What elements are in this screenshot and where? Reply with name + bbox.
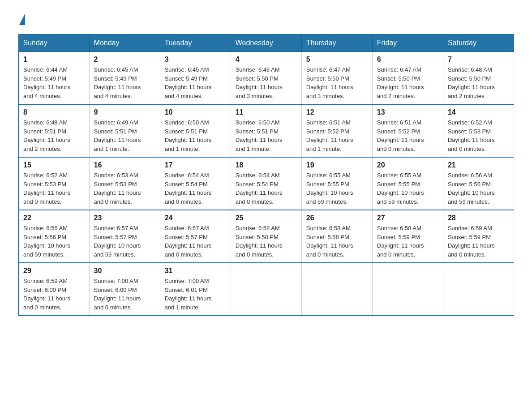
calendar-day-cell: 1Sunrise: 6:44 AMSunset: 5:49 PMDaylight…	[18, 52, 89, 105]
day-info: Sunrise: 6:52 AMSunset: 5:53 PMDaylight:…	[448, 118, 509, 153]
day-info: Sunrise: 6:48 AMSunset: 5:51 PMDaylight:…	[23, 118, 85, 153]
day-info: Sunrise: 6:47 AMSunset: 5:50 PMDaylight:…	[377, 65, 438, 100]
day-number: 24	[165, 214, 226, 222]
day-number: 8	[23, 108, 85, 116]
logo	[18, 13, 25, 25]
day-info: Sunrise: 6:45 AMSunset: 5:49 PMDaylight:…	[165, 65, 226, 100]
day-number: 16	[94, 161, 155, 169]
day-number: 29	[23, 267, 85, 275]
calendar-body: 1Sunrise: 6:44 AMSunset: 5:49 PMDaylight…	[18, 52, 514, 316]
day-info: Sunrise: 6:50 AMSunset: 5:51 PMDaylight:…	[236, 118, 297, 153]
weekday-header-monday: Monday	[89, 34, 160, 52]
day-info: Sunrise: 6:58 AMSunset: 5:59 PMDaylight:…	[377, 224, 438, 259]
day-number: 21	[448, 161, 509, 169]
calendar-day-cell: 5Sunrise: 6:47 AMSunset: 5:50 PMDaylight…	[301, 52, 372, 105]
day-number: 15	[23, 161, 85, 169]
weekday-header-saturday: Saturday	[443, 34, 514, 52]
calendar-week-row: 29Sunrise: 6:59 AMSunset: 6:00 PMDayligh…	[18, 263, 514, 316]
day-info: Sunrise: 6:51 AMSunset: 5:52 PMDaylight:…	[306, 118, 368, 153]
calendar-week-row: 1Sunrise: 6:44 AMSunset: 5:49 PMDaylight…	[18, 52, 514, 105]
calendar-day-cell: 31Sunrise: 7:00 AMSunset: 6:01 PMDayligh…	[160, 263, 231, 316]
calendar-day-cell: 13Sunrise: 6:51 AMSunset: 5:52 PMDayligh…	[372, 104, 443, 157]
day-info: Sunrise: 6:51 AMSunset: 5:52 PMDaylight:…	[377, 118, 438, 153]
day-info: Sunrise: 6:57 AMSunset: 5:57 PMDaylight:…	[165, 224, 226, 259]
page-header	[18, 13, 514, 25]
day-info: Sunrise: 6:56 AMSunset: 5:56 PMDaylight:…	[448, 171, 509, 206]
calendar-day-cell: 29Sunrise: 6:59 AMSunset: 6:00 PMDayligh…	[18, 263, 89, 316]
weekday-header-wednesday: Wednesday	[231, 34, 301, 52]
day-info: Sunrise: 6:56 AMSunset: 5:56 PMDaylight:…	[23, 224, 85, 259]
calendar-table: SundayMondayTuesdayWednesdayThursdayFrid…	[18, 34, 514, 316]
calendar-day-cell	[372, 263, 443, 316]
calendar-day-cell: 11Sunrise: 6:50 AMSunset: 5:51 PMDayligh…	[231, 104, 301, 157]
day-info: Sunrise: 7:00 AMSunset: 6:00 PMDaylight:…	[94, 277, 155, 312]
weekday-header-tuesday: Tuesday	[160, 34, 231, 52]
day-info: Sunrise: 6:50 AMSunset: 5:51 PMDaylight:…	[165, 118, 226, 153]
calendar-day-cell: 26Sunrise: 6:58 AMSunset: 5:58 PMDayligh…	[301, 210, 372, 263]
calendar-day-cell: 4Sunrise: 6:46 AMSunset: 5:50 PMDaylight…	[231, 52, 301, 105]
weekday-header-row: SundayMondayTuesdayWednesdayThursdayFrid…	[18, 34, 514, 52]
calendar-day-cell: 30Sunrise: 7:00 AMSunset: 6:00 PMDayligh…	[89, 263, 160, 316]
calendar-day-cell: 21Sunrise: 6:56 AMSunset: 5:56 PMDayligh…	[443, 157, 514, 210]
day-number: 14	[448, 108, 509, 116]
day-info: Sunrise: 6:46 AMSunset: 5:50 PMDaylight:…	[236, 65, 297, 100]
day-number: 11	[236, 108, 297, 116]
calendar-day-cell	[301, 263, 372, 316]
calendar-day-cell: 2Sunrise: 6:45 AMSunset: 5:49 PMDaylight…	[89, 52, 160, 105]
calendar-header: SundayMondayTuesdayWednesdayThursdayFrid…	[18, 34, 514, 52]
calendar-day-cell: 12Sunrise: 6:51 AMSunset: 5:52 PMDayligh…	[301, 104, 372, 157]
calendar-day-cell: 22Sunrise: 6:56 AMSunset: 5:56 PMDayligh…	[18, 210, 89, 263]
calendar-day-cell: 14Sunrise: 6:52 AMSunset: 5:53 PMDayligh…	[443, 104, 514, 157]
day-number: 22	[23, 214, 85, 222]
day-number: 10	[165, 108, 226, 116]
calendar-day-cell: 3Sunrise: 6:45 AMSunset: 5:49 PMDaylight…	[160, 52, 231, 105]
day-info: Sunrise: 6:52 AMSunset: 5:53 PMDaylight:…	[23, 171, 85, 206]
day-number: 18	[236, 161, 297, 169]
day-info: Sunrise: 6:55 AMSunset: 5:55 PMDaylight:…	[377, 171, 438, 206]
calendar-day-cell	[231, 263, 301, 316]
calendar-day-cell: 15Sunrise: 6:52 AMSunset: 5:53 PMDayligh…	[18, 157, 89, 210]
day-info: Sunrise: 6:53 AMSunset: 5:53 PMDaylight:…	[94, 171, 155, 206]
day-info: Sunrise: 6:59 AMSunset: 5:59 PMDaylight:…	[448, 224, 509, 259]
calendar-week-row: 15Sunrise: 6:52 AMSunset: 5:53 PMDayligh…	[18, 157, 514, 210]
calendar-day-cell: 18Sunrise: 6:54 AMSunset: 5:54 PMDayligh…	[231, 157, 301, 210]
weekday-header-friday: Friday	[372, 34, 443, 52]
day-number: 4	[236, 56, 297, 64]
day-number: 30	[94, 267, 155, 275]
day-number: 7	[448, 56, 509, 64]
day-info: Sunrise: 6:55 AMSunset: 5:55 PMDaylight:…	[306, 171, 368, 206]
day-number: 17	[165, 161, 226, 169]
calendar-day-cell: 27Sunrise: 6:58 AMSunset: 5:59 PMDayligh…	[372, 210, 443, 263]
day-number: 23	[94, 214, 155, 222]
day-info: Sunrise: 6:44 AMSunset: 5:49 PMDaylight:…	[23, 65, 85, 100]
day-info: Sunrise: 6:54 AMSunset: 5:54 PMDaylight:…	[236, 171, 297, 206]
calendar-day-cell: 16Sunrise: 6:53 AMSunset: 5:53 PMDayligh…	[89, 157, 160, 210]
day-number: 27	[377, 214, 438, 222]
day-info: Sunrise: 6:59 AMSunset: 6:00 PMDaylight:…	[23, 277, 85, 312]
weekday-header-sunday: Sunday	[18, 34, 89, 52]
day-number: 1	[23, 56, 85, 64]
calendar-day-cell: 23Sunrise: 6:57 AMSunset: 5:57 PMDayligh…	[89, 210, 160, 263]
calendar-week-row: 8Sunrise: 6:48 AMSunset: 5:51 PMDaylight…	[18, 104, 514, 157]
calendar-day-cell: 20Sunrise: 6:55 AMSunset: 5:55 PMDayligh…	[372, 157, 443, 210]
calendar-day-cell: 6Sunrise: 6:47 AMSunset: 5:50 PMDaylight…	[372, 52, 443, 105]
calendar-day-cell: 8Sunrise: 6:48 AMSunset: 5:51 PMDaylight…	[18, 104, 89, 157]
day-info: Sunrise: 6:58 AMSunset: 5:58 PMDaylight:…	[236, 224, 297, 259]
weekday-header-thursday: Thursday	[301, 34, 372, 52]
day-info: Sunrise: 7:00 AMSunset: 6:01 PMDaylight:…	[165, 277, 226, 312]
day-info: Sunrise: 6:58 AMSunset: 5:58 PMDaylight:…	[306, 224, 368, 259]
day-number: 6	[377, 56, 438, 64]
day-number: 12	[306, 108, 368, 116]
calendar-day-cell: 10Sunrise: 6:50 AMSunset: 5:51 PMDayligh…	[160, 104, 231, 157]
day-info: Sunrise: 6:48 AMSunset: 5:50 PMDaylight:…	[448, 65, 509, 100]
day-info: Sunrise: 6:54 AMSunset: 5:54 PMDaylight:…	[165, 171, 226, 206]
day-number: 26	[306, 214, 368, 222]
day-number: 28	[448, 214, 509, 222]
calendar-day-cell: 24Sunrise: 6:57 AMSunset: 5:57 PMDayligh…	[160, 210, 231, 263]
day-number: 20	[377, 161, 438, 169]
calendar-day-cell: 7Sunrise: 6:48 AMSunset: 5:50 PMDaylight…	[443, 52, 514, 105]
calendar-day-cell: 25Sunrise: 6:58 AMSunset: 5:58 PMDayligh…	[231, 210, 301, 263]
calendar-day-cell	[443, 263, 514, 316]
logo-text	[18, 13, 25, 25]
calendar-day-cell: 9Sunrise: 6:49 AMSunset: 5:51 PMDaylight…	[89, 104, 160, 157]
